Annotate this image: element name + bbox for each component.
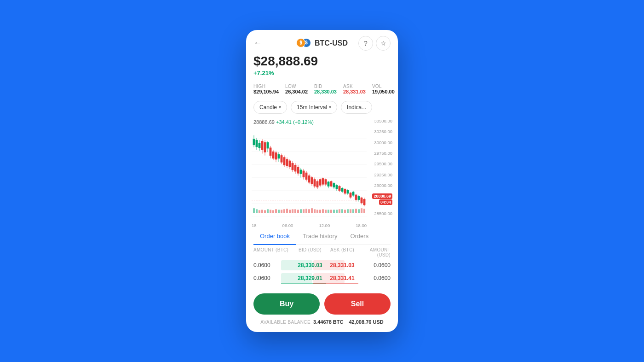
coin-icons: ₿ $ bbox=[296, 38, 312, 48]
svg-rect-117 bbox=[325, 210, 327, 213]
stat-high: HIGH $29,105.94 bbox=[253, 84, 279, 94]
svg-rect-103 bbox=[286, 209, 288, 213]
svg-rect-88 bbox=[361, 198, 362, 203]
candle-chevron-icon: ▾ bbox=[279, 105, 281, 110]
svg-rect-93 bbox=[259, 210, 260, 213]
svg-rect-46 bbox=[281, 155, 282, 162]
balance-usd: 42,008.76 USD bbox=[349, 319, 383, 325]
ask-underline-2 bbox=[313, 283, 358, 284]
svg-rect-108 bbox=[300, 209, 302, 213]
btc-icon: ₿ bbox=[296, 38, 305, 47]
indicator-dropdown[interactable]: Indica... bbox=[341, 101, 372, 114]
svg-rect-126 bbox=[350, 209, 351, 213]
ask-bg-2 bbox=[313, 273, 345, 283]
svg-rect-72 bbox=[319, 179, 321, 185]
tabs-row: Order book Trade history Orders bbox=[253, 228, 391, 245]
indicator-label: Indica... bbox=[347, 104, 366, 111]
svg-rect-36 bbox=[261, 141, 263, 150]
svg-rect-70 bbox=[316, 181, 318, 187]
svg-rect-119 bbox=[330, 210, 332, 213]
svg-rect-109 bbox=[303, 209, 305, 213]
ob-header: AMOUNT (BTC) BID (USD) ASK (BTC) AMOUNT … bbox=[253, 247, 391, 257]
balance-label: AVAILABLE BALANCE bbox=[260, 320, 310, 325]
svg-rect-116 bbox=[322, 209, 324, 213]
svg-rect-34 bbox=[358, 196, 360, 199]
svg-rect-56 bbox=[294, 165, 296, 171]
interval-label: 15m Interval bbox=[297, 104, 327, 111]
svg-rect-122 bbox=[339, 209, 340, 213]
tab-orders[interactable]: Orders bbox=[344, 228, 375, 245]
svg-rect-113 bbox=[314, 209, 316, 213]
svg-rect-90 bbox=[363, 199, 365, 205]
x-label-3: 12:00 bbox=[319, 223, 330, 228]
svg-rect-101 bbox=[281, 210, 282, 213]
chart-area: 28888.69 +34.41 (+0.12%) bbox=[250, 117, 394, 228]
help-button[interactable]: ? bbox=[358, 36, 373, 51]
svg-rect-24 bbox=[333, 183, 335, 187]
svg-rect-64 bbox=[308, 175, 310, 182]
y-label-1: 30500.00 bbox=[374, 118, 392, 123]
svg-rect-91 bbox=[253, 208, 255, 213]
y-axis: 30500.00 30250.00 30000.00 29750.00 2950… bbox=[367, 117, 394, 217]
action-buttons: ? ☆ bbox=[358, 36, 391, 51]
svg-rect-40 bbox=[270, 148, 271, 156]
svg-rect-80 bbox=[339, 186, 340, 190]
balance-row: AVAILABLE BALANCE 3.44678 BTC 42,008.76 … bbox=[246, 319, 398, 332]
candle-dropdown[interactable]: Candle ▾ bbox=[253, 101, 287, 114]
chart-change: +34.41 (+0.12%) bbox=[276, 119, 314, 125]
stat-vol: VOL 19,050.00 bbox=[372, 84, 395, 94]
svg-rect-123 bbox=[341, 209, 343, 213]
y-label-3: 30000.00 bbox=[374, 140, 392, 145]
svg-rect-74 bbox=[322, 178, 324, 184]
pair-name: BTC-USD bbox=[315, 39, 348, 47]
coin-logo: ₿ $ BTC-USD bbox=[296, 38, 348, 48]
y-label-4: 29750.00 bbox=[374, 151, 392, 156]
svg-rect-94 bbox=[261, 210, 263, 213]
svg-rect-99 bbox=[275, 209, 277, 213]
x-axis: 18 06:00 12:00 18:00 bbox=[252, 217, 367, 228]
y-label-7: 29000.00 bbox=[374, 183, 392, 188]
svg-rect-50 bbox=[286, 159, 288, 166]
svg-rect-44 bbox=[275, 152, 277, 159]
y-label-5: 29500.00 bbox=[374, 161, 392, 166]
price-change: +7.21% bbox=[253, 70, 391, 76]
svg-rect-110 bbox=[305, 209, 307, 213]
stats-row: HIGH $29,105.94 LOW 26,304.02 BID 28,330… bbox=[246, 81, 398, 99]
svg-rect-129 bbox=[358, 209, 360, 213]
back-button[interactable]: ← bbox=[253, 38, 262, 48]
ob-row-2: 0.0600 28,329.01 28,331.41 0.0600 bbox=[253, 272, 391, 284]
y-label-8: 28500.00 bbox=[374, 211, 392, 216]
svg-rect-76 bbox=[325, 179, 327, 184]
star-button[interactable]: ☆ bbox=[376, 36, 391, 51]
ob-amount-usd-1: 0.0600 bbox=[358, 262, 391, 269]
stat-bid: BID 28,330.03 bbox=[314, 84, 337, 94]
svg-rect-120 bbox=[333, 210, 335, 213]
svg-rect-121 bbox=[336, 210, 338, 213]
col-ask: ASK (BTC) bbox=[326, 247, 358, 257]
tab-order-book[interactable]: Order book bbox=[253, 228, 296, 245]
col-bid: BID (USD) bbox=[294, 247, 326, 257]
interval-dropdown[interactable]: 15m Interval ▾ bbox=[291, 101, 337, 114]
svg-rect-28 bbox=[341, 188, 343, 191]
buy-button[interactable]: Buy bbox=[253, 293, 320, 315]
chart-price: 28888.69 bbox=[253, 119, 275, 125]
svg-rect-105 bbox=[292, 209, 293, 213]
svg-rect-82 bbox=[344, 189, 346, 193]
tab-trade-history[interactable]: Trade history bbox=[296, 228, 344, 245]
price-section: $28,888.69 +7.21% bbox=[246, 52, 398, 81]
svg-rect-104 bbox=[289, 210, 291, 213]
svg-rect-22 bbox=[328, 182, 329, 186]
svg-rect-97 bbox=[270, 210, 271, 213]
svg-rect-118 bbox=[328, 210, 329, 213]
main-price: $28,888.69 bbox=[253, 54, 391, 69]
svg-rect-92 bbox=[256, 209, 258, 213]
ob-amount-usd-2: 0.0600 bbox=[358, 275, 391, 281]
ask-bg-1 bbox=[313, 260, 345, 270]
toolbar: Candle ▾ 15m Interval ▾ Indica... bbox=[246, 99, 398, 117]
svg-rect-106 bbox=[294, 209, 296, 213]
current-time-tag: 04:04 bbox=[379, 199, 392, 205]
svg-rect-86 bbox=[355, 195, 357, 199]
sell-button[interactable]: Sell bbox=[324, 293, 391, 315]
svg-rect-32 bbox=[352, 192, 354, 195]
svg-rect-96 bbox=[267, 209, 269, 213]
